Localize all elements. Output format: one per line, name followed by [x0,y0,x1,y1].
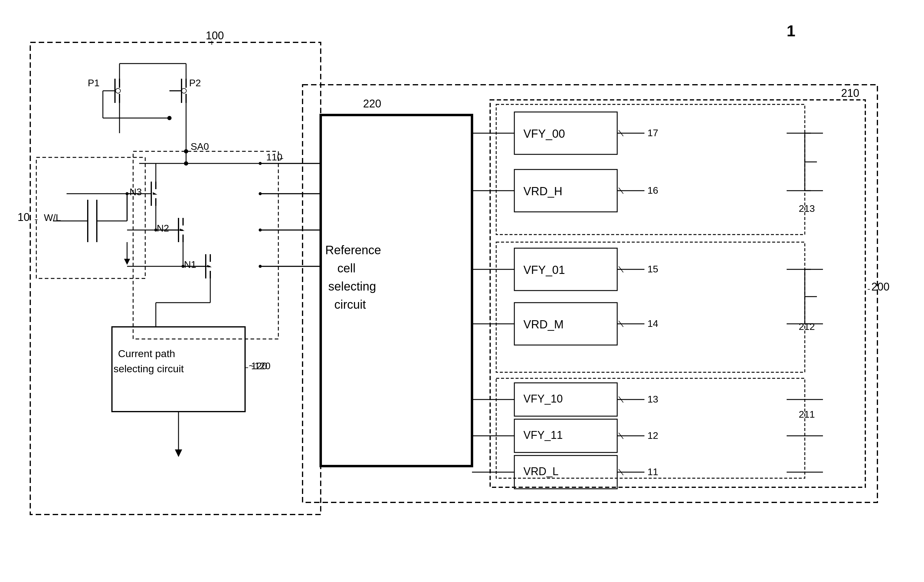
label-vrdl: VRD_L [523,465,559,478]
svg-point-126 [259,228,262,231]
label-220: 220 [363,98,381,110]
ref-cell-line4: circuit [334,298,366,311]
svg-point-118 [125,192,129,195]
label-p1: P1 [88,78,99,88]
label-10: 10 [18,211,30,223]
label-vrdm: VRD_M [523,318,564,331]
label-vrdh: VRD_H [523,185,563,198]
ref-cell-line1: Reference [325,243,381,257]
label-11: 11 [647,466,658,477]
label-17: 17 [647,127,658,138]
svg-rect-0 [0,0,924,582]
label-16: 16 [647,185,658,196]
label-wl: W/L [44,212,61,223]
figure-number: 1 [787,22,795,40]
circuit-diagram: 1 100 10 W/L [0,0,924,582]
svg-point-18 [167,116,172,120]
label-vfy11: VFY_11 [523,429,563,441]
label-n1: N1 [184,259,196,270]
current-path-line2: selecting circuit [114,363,184,374]
label-12: 12 [647,430,658,441]
label-110: 110 [266,152,282,162]
label-211: 211 [799,409,815,420]
label-14: 14 [647,318,658,329]
label-13: 13 [647,394,658,405]
ref-cell-line3: selecting [328,279,376,293]
label-200: 200 [871,281,889,293]
label-213: 213 [799,203,815,214]
svg-point-127 [259,265,262,268]
label-n2: N2 [157,223,169,234]
label-212: 212 [799,321,815,332]
label-vfy10: VFY_10 [523,392,563,405]
label-p2: P2 [189,78,201,88]
ref-cell-line2: cell [337,261,355,275]
label-210: 210 [841,87,859,99]
current-path-line1: Current path [118,348,175,359]
label-n3: N3 [129,187,142,197]
label-sa0: SA0 [191,141,209,152]
label-100: 100 [206,29,224,42]
label-120-text: ~120 [249,360,271,371]
label-vfy00: VFY_00 [523,127,565,140]
label-vfy01: VFY_01 [523,264,565,276]
label-15: 15 [647,264,658,274]
